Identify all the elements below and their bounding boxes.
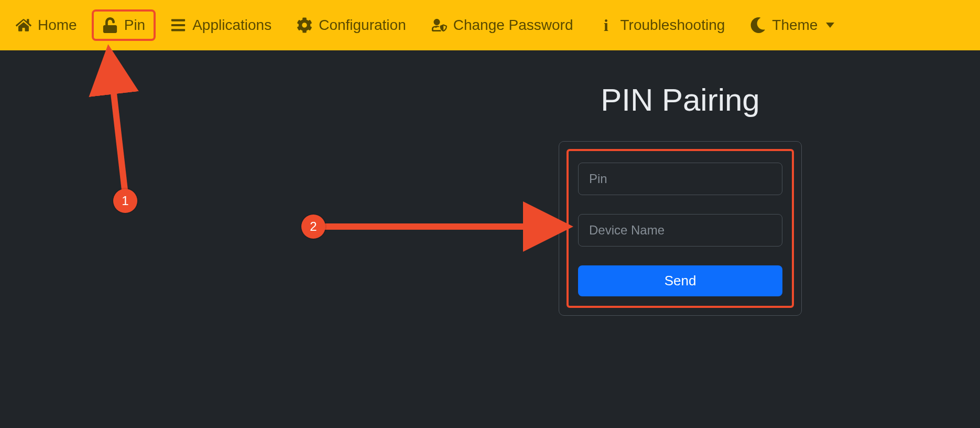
page-title: PIN Pairing (601, 82, 759, 118)
pin-form-card: Send (559, 141, 802, 316)
nav-home[interactable]: Home (5, 9, 88, 41)
navbar: Home Pin Applications Configuration Chan… (0, 0, 980, 50)
menu-icon (170, 17, 186, 33)
device-name-input[interactable] (578, 214, 782, 247)
nav-troubleshooting[interactable]: i Troubleshooting (588, 9, 736, 41)
main-content: PIN Pairing Send (0, 50, 980, 347)
annotation-badge-1: 1 (113, 189, 137, 213)
nav-pin[interactable]: Pin (92, 9, 156, 41)
user-shield-icon (431, 17, 447, 33)
nav-applications[interactable]: Applications (160, 9, 282, 41)
nav-configuration-label: Configuration (319, 17, 406, 34)
nav-troubleshooting-label: Troubleshooting (620, 17, 725, 34)
caret-down-icon (826, 23, 834, 28)
info-icon: i (598, 17, 614, 34)
gear-icon (297, 17, 312, 33)
home-icon (16, 17, 31, 33)
moon-icon (750, 17, 766, 33)
send-button[interactable]: Send (578, 265, 782, 296)
nav-configuration[interactable]: Configuration (286, 9, 417, 41)
nav-home-label: Home (38, 17, 77, 34)
pin-input[interactable] (578, 163, 782, 195)
annotation-badge-2: 2 (301, 215, 325, 239)
nav-change-password-label: Change Password (453, 17, 573, 34)
unlock-icon (102, 17, 118, 33)
nav-pin-label: Pin (124, 17, 145, 34)
pin-pairing-section: PIN Pairing Send (559, 82, 802, 316)
nav-applications-label: Applications (192, 17, 271, 34)
nav-theme[interactable]: Theme (739, 9, 845, 41)
nav-change-password[interactable]: Change Password (421, 9, 584, 41)
pin-form-highlight-box: Send (567, 149, 794, 308)
nav-theme-label: Theme (772, 17, 818, 34)
